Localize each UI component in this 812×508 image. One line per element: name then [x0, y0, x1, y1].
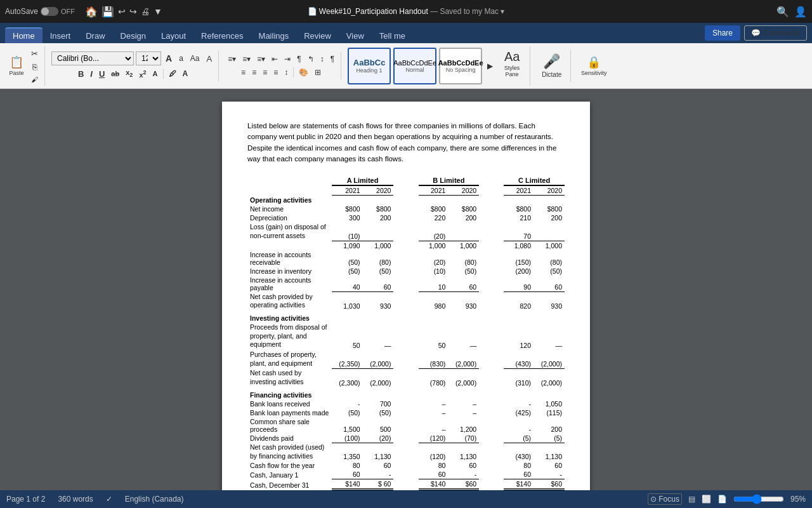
- view-mode-web-icon[interactable]: ⬜: [702, 495, 711, 504]
- dictate-button[interactable]: 🎤 Dictate: [537, 51, 566, 81]
- search-icon[interactable]: 🔍: [776, 6, 789, 18]
- options-icon[interactable]: ▼: [154, 6, 162, 17]
- tab-layout[interactable]: Layout: [154, 29, 193, 43]
- font-size-up-button[interactable]: A: [163, 52, 174, 65]
- superscript-button[interactable]: x2: [136, 68, 148, 80]
- microphone-icon: 🎤: [543, 53, 560, 70]
- zoom-level: 95%: [790, 495, 806, 504]
- title-bar-right: 🔍 👤: [540, 6, 807, 18]
- company-a-header: A Limited: [332, 176, 394, 185]
- multilevel-list-button[interactable]: ≡▾: [254, 53, 268, 65]
- view-mode-print-icon[interactable]: ▤: [688, 495, 695, 504]
- justify-button[interactable]: ≡: [271, 67, 280, 78]
- row-cash-flow-year: Cash flow for the year 8060 8060 8060: [247, 461, 565, 470]
- tab-review[interactable]: Review: [296, 29, 339, 43]
- print-icon[interactable]: 🖨: [141, 6, 150, 17]
- subscript-button[interactable]: x2: [123, 67, 135, 79]
- document-page: Listed below are statements of cash flow…: [222, 102, 590, 490]
- style-no-spacing[interactable]: AaBbCcDdEe No Spacing: [439, 48, 482, 84]
- tab-home[interactable]: Home: [5, 27, 43, 43]
- highlight-button[interactable]: 🖊: [166, 68, 179, 79]
- copy-button[interactable]: ⎘: [29, 61, 41, 73]
- share-button[interactable]: Share: [705, 25, 740, 41]
- align-left-button[interactable]: ≡: [239, 67, 248, 78]
- tab-tell-me[interactable]: Tell me: [372, 29, 413, 43]
- year-a-2021: 2021: [332, 185, 363, 196]
- align-center-button[interactable]: ≡: [249, 67, 259, 78]
- style-heading1[interactable]: AaBbCc Heading 1: [348, 48, 391, 84]
- row-purchases-ppe: Purchases of property, plant, and equipm…: [247, 350, 565, 368]
- tab-mailings[interactable]: Mailings: [251, 29, 297, 43]
- section-investing: Investing activities: [247, 311, 565, 323]
- zoom-slider[interactable]: [733, 494, 784, 504]
- clear-format-button[interactable]: A: [204, 53, 215, 65]
- intro-paragraph: Listed below are statements of cash flow…: [247, 121, 565, 164]
- sensitivity-button[interactable]: 🔒 Sensitivity: [577, 54, 610, 77]
- tab-design[interactable]: Design: [113, 29, 154, 43]
- ribbon-tabs: Home Insert Draw Design Layout Reference…: [0, 23, 812, 43]
- styles-more-button[interactable]: ▶: [485, 60, 495, 72]
- view-mode-read-icon[interactable]: 📄: [717, 495, 727, 504]
- rtl-button[interactable]: ↰: [305, 53, 317, 65]
- decrease-indent-button[interactable]: ⇤: [269, 53, 280, 65]
- bullets-button[interactable]: ≡▾: [225, 53, 239, 65]
- row-inventory: Increase in inventory (50)(50) (10)(50) …: [247, 267, 565, 276]
- styles-pane-button[interactable]: Aa Styles Pane: [498, 48, 526, 84]
- row-bank-loans: Bank loans received -700 –– -1,050: [247, 399, 565, 408]
- row-bank-loan-payments: Bank loan payments made (50)(50) –– (425…: [247, 408, 565, 417]
- comments-button[interactable]: 💬 Comments: [744, 25, 807, 41]
- proofing-icon[interactable]: ✓: [106, 495, 112, 504]
- style-normal[interactable]: AaBbCcDdEe Normal: [393, 48, 436, 84]
- comments-icon: 💬: [751, 29, 761, 37]
- font-size-select[interactable]: 12: [136, 51, 161, 65]
- font-color-button[interactable]: A: [150, 69, 160, 79]
- row-dividends: Dividends paid (100)(20) (120)(70) (5)(5…: [247, 434, 565, 443]
- numbering-button[interactable]: ≡▾: [240, 53, 253, 65]
- styles-pane-icon: Aa: [504, 50, 520, 64]
- home-icon[interactable]: 🏠: [85, 6, 98, 18]
- shading-button[interactable]: 🎨: [296, 67, 311, 78]
- cut-button[interactable]: ✂: [29, 48, 41, 60]
- line-spacing-button[interactable]: ↕: [282, 67, 291, 78]
- show-formatting-button[interactable]: ¶: [294, 53, 303, 65]
- row-net-income: Net income $800$800 $800$800 $800$800: [247, 204, 565, 213]
- tab-view[interactable]: View: [339, 29, 372, 43]
- undo-icon[interactable]: ↩: [118, 6, 126, 17]
- document-area: Listed below are statements of cash flow…: [0, 89, 812, 490]
- section-financing: Financing activities: [247, 387, 565, 399]
- increase-indent-button[interactable]: ⇥: [282, 53, 293, 65]
- financial-table: A Limited B Limited C Limited 2021 2020 …: [247, 176, 565, 490]
- row-common-shares: Common share sale proceeds 1,500500 –1,2…: [247, 417, 565, 434]
- underline-button[interactable]: U: [96, 68, 107, 80]
- align-right-button[interactable]: ≡: [260, 67, 270, 78]
- strikethrough-button[interactable]: ab: [108, 69, 122, 79]
- focus-button[interactable]: ⊙ Focus: [648, 493, 682, 505]
- tab-insert[interactable]: Insert: [43, 29, 79, 43]
- save-icon[interactable]: 💾: [102, 6, 114, 18]
- pilcrow-button[interactable]: ¶: [328, 53, 337, 65]
- autosave-label: AutoSave OFF: [5, 7, 75, 16]
- text-color-button[interactable]: A: [180, 68, 191, 79]
- year-c-2021: 2021: [504, 185, 534, 196]
- italic-button[interactable]: I: [88, 68, 95, 80]
- autosave-toggle[interactable]: [41, 7, 58, 16]
- font-change-case-button[interactable]: Aa: [188, 53, 202, 64]
- user-icon[interactable]: 👤: [794, 6, 807, 18]
- sort-button[interactable]: ↕: [318, 53, 327, 65]
- redo-icon[interactable]: ↪: [129, 6, 137, 17]
- paste-button[interactable]: 📋 Paste: [6, 54, 27, 77]
- font-name-select[interactable]: Calibri (Bo...: [51, 51, 134, 65]
- border-button[interactable]: ⊞: [312, 67, 324, 78]
- bold-button[interactable]: B: [75, 68, 86, 80]
- row-net-operating: Net cash provided by operating activitie…: [247, 292, 565, 311]
- tab-draw[interactable]: Draw: [78, 29, 112, 43]
- company-c-header: C Limited: [504, 176, 565, 185]
- tab-references[interactable]: References: [193, 29, 251, 43]
- ribbon-toolbar: 📋 Paste ✂ ⎘ 🖌 Calibri (Bo... 12 A a Aa A…: [0, 43, 812, 89]
- sensitivity-group: 🔒 Sensitivity: [573, 53, 614, 79]
- row-net-financing: Net cash provided (used) by financing ac…: [247, 443, 565, 461]
- language: English (Canada): [125, 495, 184, 504]
- font-size-down-button[interactable]: a: [176, 53, 186, 64]
- format-painter-button[interactable]: 🖌: [29, 74, 41, 84]
- row-cash-jan1: Cash, January 1 60- 60- 60-: [247, 470, 565, 479]
